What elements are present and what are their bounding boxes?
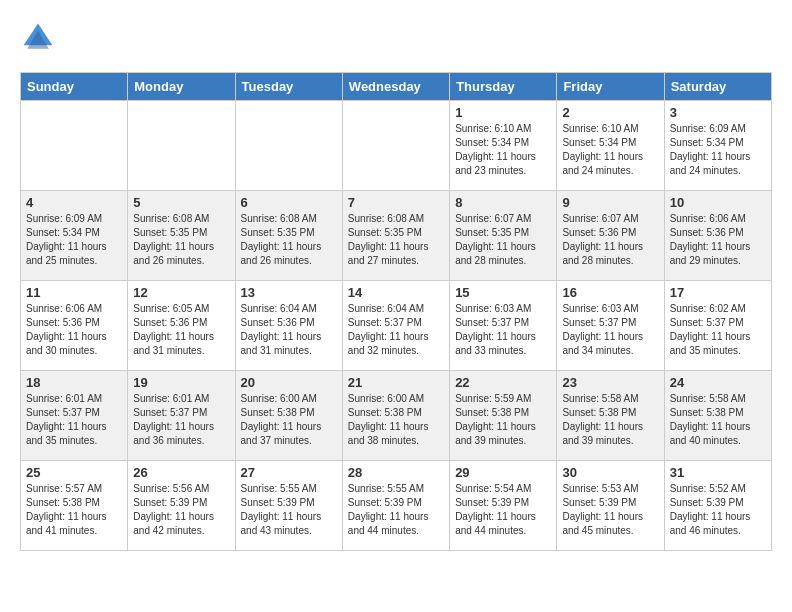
day-number: 29 bbox=[455, 465, 551, 480]
calendar-cell: 31Sunrise: 5:52 AM Sunset: 5:39 PM Dayli… bbox=[664, 461, 771, 551]
calendar-cell: 13Sunrise: 6:04 AM Sunset: 5:36 PM Dayli… bbox=[235, 281, 342, 371]
calendar-cell: 14Sunrise: 6:04 AM Sunset: 5:37 PM Dayli… bbox=[342, 281, 449, 371]
page-header bbox=[20, 20, 772, 56]
day-number: 5 bbox=[133, 195, 229, 210]
day-info: Sunrise: 5:53 AM Sunset: 5:39 PM Dayligh… bbox=[562, 482, 658, 538]
calendar-cell: 20Sunrise: 6:00 AM Sunset: 5:38 PM Dayli… bbox=[235, 371, 342, 461]
calendar-cell: 24Sunrise: 5:58 AM Sunset: 5:38 PM Dayli… bbox=[664, 371, 771, 461]
calendar-cell: 1Sunrise: 6:10 AM Sunset: 5:34 PM Daylig… bbox=[450, 101, 557, 191]
calendar-cell: 27Sunrise: 5:55 AM Sunset: 5:39 PM Dayli… bbox=[235, 461, 342, 551]
day-number: 12 bbox=[133, 285, 229, 300]
calendar-cell: 7Sunrise: 6:08 AM Sunset: 5:35 PM Daylig… bbox=[342, 191, 449, 281]
day-info: Sunrise: 6:05 AM Sunset: 5:36 PM Dayligh… bbox=[133, 302, 229, 358]
calendar-cell: 3Sunrise: 6:09 AM Sunset: 5:34 PM Daylig… bbox=[664, 101, 771, 191]
day-number: 22 bbox=[455, 375, 551, 390]
day-number: 11 bbox=[26, 285, 122, 300]
day-info: Sunrise: 5:55 AM Sunset: 5:39 PM Dayligh… bbox=[348, 482, 444, 538]
calendar-cell bbox=[128, 101, 235, 191]
calendar-cell: 17Sunrise: 6:02 AM Sunset: 5:37 PM Dayli… bbox=[664, 281, 771, 371]
calendar-cell: 19Sunrise: 6:01 AM Sunset: 5:37 PM Dayli… bbox=[128, 371, 235, 461]
day-info: Sunrise: 6:01 AM Sunset: 5:37 PM Dayligh… bbox=[26, 392, 122, 448]
day-number: 15 bbox=[455, 285, 551, 300]
day-info: Sunrise: 6:08 AM Sunset: 5:35 PM Dayligh… bbox=[241, 212, 337, 268]
day-info: Sunrise: 6:00 AM Sunset: 5:38 PM Dayligh… bbox=[241, 392, 337, 448]
col-header-sunday: Sunday bbox=[21, 73, 128, 101]
calendar-cell bbox=[342, 101, 449, 191]
day-info: Sunrise: 5:56 AM Sunset: 5:39 PM Dayligh… bbox=[133, 482, 229, 538]
calendar-cell: 6Sunrise: 6:08 AM Sunset: 5:35 PM Daylig… bbox=[235, 191, 342, 281]
calendar-cell: 23Sunrise: 5:58 AM Sunset: 5:38 PM Dayli… bbox=[557, 371, 664, 461]
day-info: Sunrise: 6:04 AM Sunset: 5:37 PM Dayligh… bbox=[348, 302, 444, 358]
calendar-week-row: 25Sunrise: 5:57 AM Sunset: 5:38 PM Dayli… bbox=[21, 461, 772, 551]
calendar-cell: 12Sunrise: 6:05 AM Sunset: 5:36 PM Dayli… bbox=[128, 281, 235, 371]
calendar-cell: 4Sunrise: 6:09 AM Sunset: 5:34 PM Daylig… bbox=[21, 191, 128, 281]
calendar-cell: 9Sunrise: 6:07 AM Sunset: 5:36 PM Daylig… bbox=[557, 191, 664, 281]
calendar-header-row: SundayMondayTuesdayWednesdayThursdayFrid… bbox=[21, 73, 772, 101]
day-number: 31 bbox=[670, 465, 766, 480]
col-header-thursday: Thursday bbox=[450, 73, 557, 101]
day-number: 1 bbox=[455, 105, 551, 120]
day-info: Sunrise: 5:55 AM Sunset: 5:39 PM Dayligh… bbox=[241, 482, 337, 538]
calendar-cell: 8Sunrise: 6:07 AM Sunset: 5:35 PM Daylig… bbox=[450, 191, 557, 281]
day-info: Sunrise: 6:07 AM Sunset: 5:36 PM Dayligh… bbox=[562, 212, 658, 268]
calendar-cell: 11Sunrise: 6:06 AM Sunset: 5:36 PM Dayli… bbox=[21, 281, 128, 371]
col-header-friday: Friday bbox=[557, 73, 664, 101]
day-number: 21 bbox=[348, 375, 444, 390]
col-header-tuesday: Tuesday bbox=[235, 73, 342, 101]
day-info: Sunrise: 6:08 AM Sunset: 5:35 PM Dayligh… bbox=[348, 212, 444, 268]
day-number: 16 bbox=[562, 285, 658, 300]
day-info: Sunrise: 6:10 AM Sunset: 5:34 PM Dayligh… bbox=[562, 122, 658, 178]
day-info: Sunrise: 5:58 AM Sunset: 5:38 PM Dayligh… bbox=[670, 392, 766, 448]
calendar-cell: 25Sunrise: 5:57 AM Sunset: 5:38 PM Dayli… bbox=[21, 461, 128, 551]
day-number: 18 bbox=[26, 375, 122, 390]
day-info: Sunrise: 5:58 AM Sunset: 5:38 PM Dayligh… bbox=[562, 392, 658, 448]
calendar-cell: 15Sunrise: 6:03 AM Sunset: 5:37 PM Dayli… bbox=[450, 281, 557, 371]
calendar-cell: 2Sunrise: 6:10 AM Sunset: 5:34 PM Daylig… bbox=[557, 101, 664, 191]
day-info: Sunrise: 6:10 AM Sunset: 5:34 PM Dayligh… bbox=[455, 122, 551, 178]
day-number: 20 bbox=[241, 375, 337, 390]
day-number: 19 bbox=[133, 375, 229, 390]
calendar-cell: 28Sunrise: 5:55 AM Sunset: 5:39 PM Dayli… bbox=[342, 461, 449, 551]
logo bbox=[20, 20, 62, 56]
calendar-cell: 21Sunrise: 6:00 AM Sunset: 5:38 PM Dayli… bbox=[342, 371, 449, 461]
day-number: 24 bbox=[670, 375, 766, 390]
day-info: Sunrise: 6:09 AM Sunset: 5:34 PM Dayligh… bbox=[670, 122, 766, 178]
col-header-saturday: Saturday bbox=[664, 73, 771, 101]
day-info: Sunrise: 6:03 AM Sunset: 5:37 PM Dayligh… bbox=[562, 302, 658, 358]
day-info: Sunrise: 5:54 AM Sunset: 5:39 PM Dayligh… bbox=[455, 482, 551, 538]
day-number: 17 bbox=[670, 285, 766, 300]
day-info: Sunrise: 6:07 AM Sunset: 5:35 PM Dayligh… bbox=[455, 212, 551, 268]
day-number: 27 bbox=[241, 465, 337, 480]
day-number: 10 bbox=[670, 195, 766, 210]
day-info: Sunrise: 5:57 AM Sunset: 5:38 PM Dayligh… bbox=[26, 482, 122, 538]
col-header-wednesday: Wednesday bbox=[342, 73, 449, 101]
day-number: 7 bbox=[348, 195, 444, 210]
day-number: 8 bbox=[455, 195, 551, 210]
logo-icon bbox=[20, 20, 56, 56]
calendar-cell: 16Sunrise: 6:03 AM Sunset: 5:37 PM Dayli… bbox=[557, 281, 664, 371]
calendar-cell bbox=[235, 101, 342, 191]
calendar-week-row: 11Sunrise: 6:06 AM Sunset: 5:36 PM Dayli… bbox=[21, 281, 772, 371]
calendar-cell: 22Sunrise: 5:59 AM Sunset: 5:38 PM Dayli… bbox=[450, 371, 557, 461]
day-number: 2 bbox=[562, 105, 658, 120]
calendar-cell: 26Sunrise: 5:56 AM Sunset: 5:39 PM Dayli… bbox=[128, 461, 235, 551]
day-info: Sunrise: 6:01 AM Sunset: 5:37 PM Dayligh… bbox=[133, 392, 229, 448]
day-info: Sunrise: 6:09 AM Sunset: 5:34 PM Dayligh… bbox=[26, 212, 122, 268]
calendar-cell bbox=[21, 101, 128, 191]
calendar-week-row: 4Sunrise: 6:09 AM Sunset: 5:34 PM Daylig… bbox=[21, 191, 772, 281]
calendar-week-row: 1Sunrise: 6:10 AM Sunset: 5:34 PM Daylig… bbox=[21, 101, 772, 191]
day-info: Sunrise: 6:06 AM Sunset: 5:36 PM Dayligh… bbox=[670, 212, 766, 268]
day-info: Sunrise: 6:08 AM Sunset: 5:35 PM Dayligh… bbox=[133, 212, 229, 268]
day-number: 6 bbox=[241, 195, 337, 210]
day-number: 13 bbox=[241, 285, 337, 300]
calendar-cell: 30Sunrise: 5:53 AM Sunset: 5:39 PM Dayli… bbox=[557, 461, 664, 551]
day-number: 26 bbox=[133, 465, 229, 480]
day-number: 9 bbox=[562, 195, 658, 210]
day-number: 28 bbox=[348, 465, 444, 480]
day-number: 23 bbox=[562, 375, 658, 390]
day-number: 14 bbox=[348, 285, 444, 300]
calendar-cell: 5Sunrise: 6:08 AM Sunset: 5:35 PM Daylig… bbox=[128, 191, 235, 281]
day-info: Sunrise: 6:02 AM Sunset: 5:37 PM Dayligh… bbox=[670, 302, 766, 358]
day-info: Sunrise: 6:00 AM Sunset: 5:38 PM Dayligh… bbox=[348, 392, 444, 448]
day-number: 4 bbox=[26, 195, 122, 210]
